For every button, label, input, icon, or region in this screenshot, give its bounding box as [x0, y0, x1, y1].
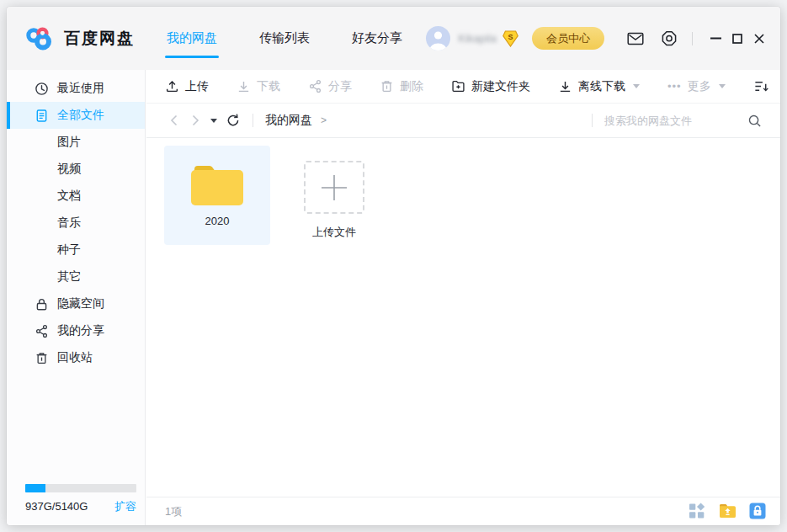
storage-progress-bar [25, 484, 136, 492]
toolbar-button-label: 更多 [688, 79, 711, 94]
app-title: 百度网盘 [64, 28, 135, 50]
brand: 百度网盘 [25, 7, 135, 70]
sidebar-item-label: 回收站 [57, 350, 93, 365]
toolbar-button-label: 删除 [400, 79, 423, 94]
apps-grid-icon[interactable] [689, 503, 706, 520]
sidebar-item-label: 最近使用 [57, 81, 104, 96]
tab-friend-share[interactable]: 好友分享 [350, 30, 404, 46]
pathbar-divider [253, 114, 253, 127]
refresh-icon[interactable] [226, 113, 241, 128]
sidebar-item-label: 其它 [57, 269, 81, 285]
sidebar-item-label: 全部文件 [57, 108, 104, 123]
svg-text:S: S [508, 32, 513, 40]
more-button[interactable]: ••• 更多 [667, 79, 726, 94]
sidebar-item-pictures[interactable]: 图片 [7, 129, 145, 156]
svip-badge-icon[interactable]: S [503, 30, 518, 47]
sidebar-item-music[interactable]: 音乐 [7, 210, 145, 237]
sidebar-item-label: 我的分享 [57, 323, 104, 338]
sidebar-item-hidden-space[interactable]: 隐藏空间 [7, 290, 145, 317]
title-bar: 百度网盘 我的网盘 传输列表 好友分享 Kikapila S 会员中心 [7, 7, 780, 70]
history-dropdown-icon[interactable] [210, 119, 217, 123]
breadcrumb[interactable]: 我的网盘 [265, 113, 312, 128]
folder-tile-2020[interactable]: 2020 [164, 146, 270, 245]
storage-progress-fill [25, 484, 45, 492]
offline-download-button[interactable]: 离线下载 [558, 79, 640, 94]
upload-folder-icon[interactable] [719, 503, 736, 520]
new-folder-button[interactable]: 新建文件夹 [451, 79, 530, 94]
forward-button[interactable] [187, 112, 204, 129]
sidebar-item-torrents[interactable]: 种子 [7, 237, 145, 263]
download-button[interactable]: 下载 [237, 79, 280, 94]
hidden-space-lock-icon[interactable] [749, 503, 767, 520]
upload-file-tile[interactable]: 上传文件 [281, 146, 387, 245]
sidebar-list: 最近使用 全部文件 图片 视频 文档 音乐 种子 [7, 70, 145, 371]
view-controls [753, 79, 780, 93]
tab-my-drive[interactable]: 我的网盘 [165, 30, 219, 46]
chevron-down-icon [719, 84, 726, 88]
folder-name: 2020 [205, 215, 230, 227]
sidebar-item-others[interactable]: 其它 [7, 263, 145, 290]
sidebar-item-label: 音乐 [57, 215, 81, 231]
back-button[interactable] [165, 112, 182, 129]
search-divider [592, 114, 593, 127]
member-center-button[interactable]: 会员中心 [532, 27, 604, 50]
statusbar-icons [689, 503, 767, 520]
share-icon [308, 79, 322, 93]
username[interactable]: Kikapila [458, 32, 497, 45]
sidebar-item-label: 图片 [57, 135, 81, 150]
clock-icon [35, 82, 49, 96]
offline-download-icon [558, 79, 572, 93]
baidu-netdisk-logo-icon [25, 27, 56, 51]
maximize-button[interactable] [726, 28, 748, 50]
sidebar-item-recycle-bin[interactable]: 回收站 [7, 344, 145, 371]
sidebar-item-my-shares[interactable]: 我的分享 [7, 317, 145, 344]
upload-tile-label: 上传文件 [312, 225, 356, 240]
storage-panel: 937G/5140G 扩容 [25, 484, 136, 514]
sidebar-item-all-files[interactable]: 全部文件 [7, 102, 145, 129]
sort-icon[interactable] [753, 79, 769, 93]
breadcrumb-arrow-icon: > [321, 114, 327, 126]
toolbar-button-label: 新建文件夹 [471, 79, 530, 94]
settings-gear-icon[interactable] [660, 29, 678, 48]
sidebar-item-documents[interactable]: 文档 [7, 183, 145, 210]
share-icon [35, 324, 49, 338]
more-dots-icon: ••• [667, 80, 682, 93]
app-window: 百度网盘 我的网盘 传输列表 好友分享 Kikapila S 会员中心 [7, 7, 780, 525]
file-list-icon [35, 109, 49, 123]
search-icon[interactable] [747, 114, 762, 128]
sidebar-item-label: 隐藏空间 [57, 296, 104, 311]
header-divider [692, 32, 693, 45]
close-button[interactable] [748, 28, 770, 50]
storage-usage-label: 937G/5140G [25, 500, 88, 513]
main-tabs: 我的网盘 传输列表 好友分享 [165, 7, 404, 70]
search-input[interactable] [604, 114, 739, 127]
download-icon [237, 79, 251, 93]
file-grid: 2020 上传文件 [146, 138, 780, 497]
new-folder-icon [451, 79, 465, 93]
sidebar-item-label: 视频 [57, 162, 81, 177]
delete-button[interactable]: 删除 [380, 79, 423, 94]
share-button[interactable]: 分享 [308, 79, 352, 94]
mail-icon[interactable] [626, 29, 645, 48]
sidebar-item-label: 文档 [57, 189, 81, 204]
sidebar-item-recent[interactable]: 最近使用 [7, 75, 145, 102]
user-area: Kikapila S 会员中心 [426, 7, 770, 70]
toolbar-button-label: 分享 [328, 79, 352, 94]
sidebar-item-videos[interactable]: 视频 [7, 156, 145, 183]
upload-button[interactable]: 上传 [165, 79, 209, 94]
search-area [580, 114, 780, 128]
upload-icon [165, 79, 179, 93]
pathbar: 我的网盘 > [146, 104, 780, 138]
main-panel: 上传 下载 分享 删除 [146, 70, 780, 525]
status-bar: 1项 [146, 497, 780, 525]
minimize-button[interactable] [705, 28, 726, 50]
avatar[interactable] [426, 26, 450, 51]
toolbar: 上传 下载 分享 删除 [146, 70, 780, 104]
chevron-down-icon [633, 84, 640, 88]
toolbar-button-label: 离线下载 [578, 79, 625, 94]
folder-icon [189, 163, 245, 207]
sidebar: 最近使用 全部文件 图片 视频 文档 音乐 种子 [7, 70, 146, 525]
tab-transfer-list[interactable]: 传输列表 [258, 30, 311, 46]
plus-icon [304, 161, 364, 214]
expand-storage-link[interactable]: 扩容 [114, 499, 136, 514]
